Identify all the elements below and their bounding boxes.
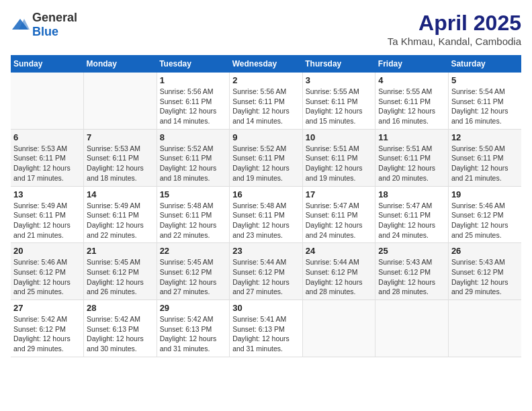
day-number: 2 xyxy=(232,75,300,85)
day-cell: 6Sunrise: 5:53 AMSunset: 6:11 PMDaylight… xyxy=(11,129,84,186)
day-number: 11 xyxy=(378,132,445,142)
week-row-1: 1Sunrise: 5:56 AMSunset: 6:11 PMDaylight… xyxy=(11,73,521,129)
day-cell: 23Sunrise: 5:44 AMSunset: 6:12 PMDayligh… xyxy=(230,243,303,300)
day-number: 9 xyxy=(232,132,300,142)
day-number: 28 xyxy=(87,303,154,313)
day-detail: Sunrise: 5:51 AMSunset: 6:11 PMDaylight:… xyxy=(306,144,363,182)
day-number: 1 xyxy=(160,75,227,85)
day-detail: Sunrise: 5:44 AMSunset: 6:12 PMDaylight:… xyxy=(232,258,290,295)
day-cell: 3Sunrise: 5:55 AMSunset: 6:11 PMDaylight… xyxy=(302,73,375,129)
day-detail: Sunrise: 5:50 AMSunset: 6:11 PMDaylight:… xyxy=(451,144,508,182)
day-detail: Sunrise: 5:53 AMSunset: 6:11 PMDaylight:… xyxy=(13,144,71,182)
calendar-body: 1Sunrise: 5:56 AMSunset: 6:11 PMDaylight… xyxy=(11,73,521,357)
day-detail: Sunrise: 5:48 AMSunset: 6:11 PMDaylight:… xyxy=(232,201,290,239)
day-detail: Sunrise: 5:42 AMSunset: 6:13 PMDaylight:… xyxy=(160,315,217,353)
day-number: 13 xyxy=(13,189,81,199)
day-number: 4 xyxy=(378,75,445,85)
day-cell: 7Sunrise: 5:53 AMSunset: 6:11 PMDaylight… xyxy=(84,129,157,186)
day-number: 21 xyxy=(87,246,154,256)
day-cell: 15Sunrise: 5:48 AMSunset: 6:11 PMDayligh… xyxy=(157,186,230,243)
col-wednesday: Wednesday xyxy=(230,55,303,73)
subtitle: Ta Khmau, Kandal, Cambodia xyxy=(388,36,521,47)
day-cell: 21Sunrise: 5:45 AMSunset: 6:12 PMDayligh… xyxy=(84,243,157,300)
day-detail: Sunrise: 5:49 AMSunset: 6:11 PMDaylight:… xyxy=(13,201,71,239)
day-cell: 18Sunrise: 5:47 AMSunset: 6:11 PMDayligh… xyxy=(375,186,449,243)
day-number: 3 xyxy=(306,75,373,85)
day-detail: Sunrise: 5:46 AMSunset: 6:12 PMDaylight:… xyxy=(13,258,71,295)
col-monday: Monday xyxy=(84,55,157,73)
day-cell: 19Sunrise: 5:46 AMSunset: 6:12 PMDayligh… xyxy=(448,186,521,243)
day-cell: 26Sunrise: 5:43 AMSunset: 6:12 PMDayligh… xyxy=(448,243,521,300)
header-row: Sunday Monday Tuesday Wednesday Thursday… xyxy=(11,55,521,73)
day-number: 12 xyxy=(451,132,519,142)
day-detail: Sunrise: 5:43 AMSunset: 6:12 PMDaylight:… xyxy=(451,258,508,295)
day-cell: 30Sunrise: 5:41 AMSunset: 6:13 PMDayligh… xyxy=(230,300,303,357)
day-cell: 10Sunrise: 5:51 AMSunset: 6:11 PMDayligh… xyxy=(302,129,375,186)
logo: General Blue xyxy=(11,11,77,39)
day-detail: Sunrise: 5:43 AMSunset: 6:12 PMDaylight:… xyxy=(378,258,435,295)
day-number: 20 xyxy=(13,246,81,256)
day-cell xyxy=(11,73,84,129)
day-number: 27 xyxy=(13,303,81,313)
logo-text: General Blue xyxy=(32,11,77,39)
day-cell: 9Sunrise: 5:52 AMSunset: 6:11 PMDaylight… xyxy=(230,129,303,186)
day-detail: Sunrise: 5:54 AMSunset: 6:11 PMDaylight:… xyxy=(451,87,508,125)
day-number: 8 xyxy=(160,132,227,142)
day-number: 25 xyxy=(378,246,445,256)
logo-blue: Blue xyxy=(32,25,58,38)
logo-icon xyxy=(11,17,30,32)
week-row-2: 6Sunrise: 5:53 AMSunset: 6:11 PMDaylight… xyxy=(11,129,521,186)
day-detail: Sunrise: 5:51 AMSunset: 6:11 PMDaylight:… xyxy=(378,144,435,182)
day-cell: 17Sunrise: 5:47 AMSunset: 6:11 PMDayligh… xyxy=(302,186,375,243)
day-detail: Sunrise: 5:55 AMSunset: 6:11 PMDaylight:… xyxy=(306,87,363,125)
day-number: 19 xyxy=(451,189,519,199)
day-cell xyxy=(448,300,521,357)
day-cell xyxy=(375,300,449,357)
day-detail: Sunrise: 5:53 AMSunset: 6:11 PMDaylight:… xyxy=(87,144,144,182)
day-detail: Sunrise: 5:47 AMSunset: 6:11 PMDaylight:… xyxy=(306,201,363,239)
week-row-3: 13Sunrise: 5:49 AMSunset: 6:11 PMDayligh… xyxy=(11,186,521,243)
col-sunday: Sunday xyxy=(11,55,84,73)
day-number: 22 xyxy=(160,246,227,256)
day-number: 10 xyxy=(306,132,373,142)
day-cell: 12Sunrise: 5:50 AMSunset: 6:11 PMDayligh… xyxy=(448,129,521,186)
day-cell: 14Sunrise: 5:49 AMSunset: 6:11 PMDayligh… xyxy=(84,186,157,243)
day-number: 7 xyxy=(87,132,154,142)
day-cell xyxy=(84,73,157,129)
calendar-header: Sunday Monday Tuesday Wednesday Thursday… xyxy=(11,55,521,73)
day-cell: 24Sunrise: 5:44 AMSunset: 6:12 PMDayligh… xyxy=(302,243,375,300)
day-detail: Sunrise: 5:41 AMSunset: 6:13 PMDaylight:… xyxy=(232,315,290,353)
day-number: 30 xyxy=(232,303,300,313)
day-cell: 4Sunrise: 5:55 AMSunset: 6:11 PMDaylight… xyxy=(375,73,449,129)
logo-general: General xyxy=(32,11,77,24)
day-cell: 13Sunrise: 5:49 AMSunset: 6:11 PMDayligh… xyxy=(11,186,84,243)
day-number: 29 xyxy=(160,303,227,313)
week-row-4: 20Sunrise: 5:46 AMSunset: 6:12 PMDayligh… xyxy=(11,243,521,300)
day-cell: 8Sunrise: 5:52 AMSunset: 6:11 PMDaylight… xyxy=(157,129,230,186)
day-detail: Sunrise: 5:56 AMSunset: 6:11 PMDaylight:… xyxy=(232,87,290,125)
day-number: 23 xyxy=(232,246,300,256)
calendar-table: Sunday Monday Tuesday Wednesday Thursday… xyxy=(11,55,521,357)
col-tuesday: Tuesday xyxy=(157,55,230,73)
day-cell: 16Sunrise: 5:48 AMSunset: 6:11 PMDayligh… xyxy=(230,186,303,243)
col-saturday: Saturday xyxy=(448,55,521,73)
day-cell: 29Sunrise: 5:42 AMSunset: 6:13 PMDayligh… xyxy=(157,300,230,357)
day-number: 24 xyxy=(306,246,373,256)
day-detail: Sunrise: 5:42 AMSunset: 6:13 PMDaylight:… xyxy=(87,315,144,353)
day-detail: Sunrise: 5:56 AMSunset: 6:11 PMDaylight:… xyxy=(160,87,217,125)
title-area: April 2025 Ta Khmau, Kandal, Cambodia xyxy=(388,11,521,47)
day-number: 17 xyxy=(306,189,373,199)
day-cell: 27Sunrise: 5:42 AMSunset: 6:12 PMDayligh… xyxy=(11,300,84,357)
day-number: 26 xyxy=(451,246,519,256)
day-detail: Sunrise: 5:49 AMSunset: 6:11 PMDaylight:… xyxy=(87,201,144,239)
day-number: 14 xyxy=(87,189,154,199)
day-detail: Sunrise: 5:46 AMSunset: 6:12 PMDaylight:… xyxy=(451,201,508,239)
day-cell xyxy=(302,300,375,357)
day-cell: 1Sunrise: 5:56 AMSunset: 6:11 PMDaylight… xyxy=(157,73,230,129)
day-detail: Sunrise: 5:52 AMSunset: 6:11 PMDaylight:… xyxy=(160,144,217,182)
day-cell: 2Sunrise: 5:56 AMSunset: 6:11 PMDaylight… xyxy=(230,73,303,129)
day-number: 16 xyxy=(232,189,300,199)
day-cell: 5Sunrise: 5:54 AMSunset: 6:11 PMDaylight… xyxy=(448,73,521,129)
day-detail: Sunrise: 5:55 AMSunset: 6:11 PMDaylight:… xyxy=(378,87,435,125)
day-number: 15 xyxy=(160,189,227,199)
